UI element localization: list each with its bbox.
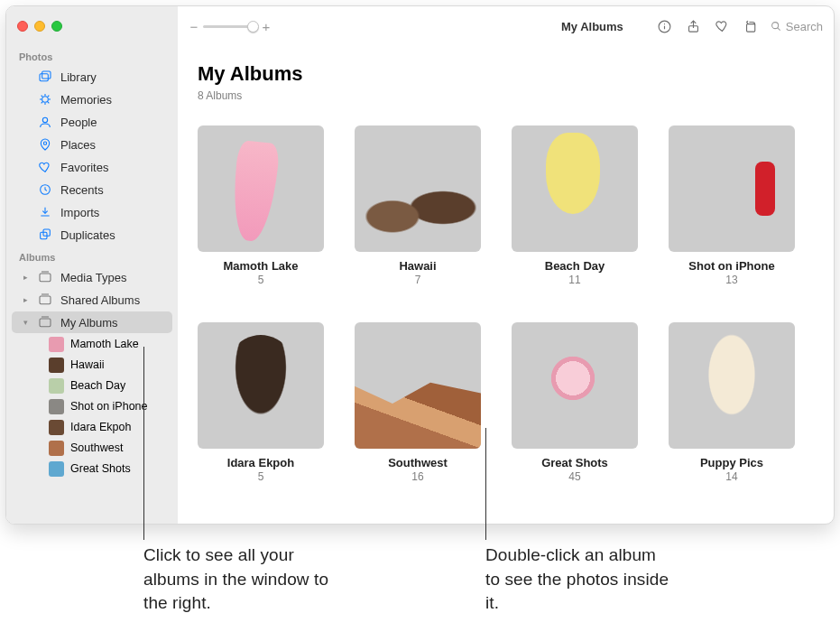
album-tile[interactable]: Shot on iPhone13 xyxy=(669,125,795,286)
app-window: − + My Albums Search xyxy=(5,5,835,525)
window-body: Photos ▸ Library ▸ Memories ▸ People ▸ P… xyxy=(6,46,834,524)
album-cover[interactable] xyxy=(512,125,638,252)
sidebar-item-duplicates[interactable]: ▸ Duplicates xyxy=(12,224,172,246)
sidebar-item-label: Hawaii xyxy=(70,358,105,371)
zoom-slider[interactable] xyxy=(203,25,257,28)
stack-icon xyxy=(37,269,53,285)
svg-rect-7 xyxy=(40,74,48,81)
album-cover[interactable] xyxy=(512,322,638,449)
info-icon[interactable] xyxy=(654,15,676,37)
album-tile[interactable]: Mamoth Lake5 xyxy=(198,125,324,286)
sidebar-item-label: Idara Ekpoh xyxy=(70,421,131,433)
zoom-slider-group: − + xyxy=(189,20,272,33)
zoom-in-icon[interactable]: + xyxy=(261,20,272,33)
places-icon xyxy=(37,136,53,153)
search-field[interactable]: Search xyxy=(770,20,823,33)
album-tile[interactable]: Beach Day11 xyxy=(512,125,638,286)
sidebar-item-favorites[interactable]: ▸ Favorites xyxy=(12,156,172,178)
location-title: My Albums xyxy=(561,20,623,33)
album-count: 11 xyxy=(512,274,638,286)
sidebar-section-albums: Albums xyxy=(6,246,178,265)
album-tile[interactable]: Hawaii7 xyxy=(355,125,481,286)
svg-point-11 xyxy=(43,142,46,144)
album-name: Beach Day xyxy=(512,259,638,273)
favorite-icon[interactable] xyxy=(712,15,734,37)
zoom-out-icon[interactable]: − xyxy=(189,20,199,33)
zoom-slider-thumb[interactable] xyxy=(247,21,259,33)
album-thumbnail-icon xyxy=(49,441,64,456)
chevron-right-icon[interactable]: ▸ xyxy=(21,273,30,282)
window-controls xyxy=(6,6,178,46)
album-cover[interactable] xyxy=(198,322,324,449)
sidebar-item-recents[interactable]: ▸ Recents xyxy=(12,179,172,200)
album-cover[interactable] xyxy=(669,322,795,449)
sidebar-item-label: Great Shots xyxy=(70,462,131,475)
fullscreen-button[interactable] xyxy=(51,21,62,32)
sidebar-item-imports[interactable]: ▸ Imports xyxy=(12,201,172,223)
search-icon xyxy=(770,20,782,33)
sidebar-item-media-types[interactable]: ▸ Media Types xyxy=(12,266,172,288)
album-count: 45 xyxy=(512,470,638,483)
sidebar-item-label: Shared Albums xyxy=(60,293,140,307)
chevron-down-icon[interactable]: ▾ xyxy=(21,318,30,327)
sidebar-item-label: Library xyxy=(60,70,97,84)
sidebar-item-label: Shot on iPhone xyxy=(70,400,148,413)
rotate-icon[interactable] xyxy=(741,15,762,37)
album-cover[interactable] xyxy=(355,322,481,449)
album-name: Idara Ekpoh xyxy=(198,456,324,469)
sidebar-item-memories[interactable]: ▸ Memories xyxy=(12,88,172,110)
sidebar-item-library[interactable]: ▸ Library xyxy=(12,66,172,88)
album-name: Mamoth Lake xyxy=(198,259,324,273)
sidebar-subalbum[interactable]: Mamoth Lake xyxy=(12,334,172,354)
album-cover[interactable] xyxy=(198,125,324,252)
album-name: Puppy Pics xyxy=(669,456,795,469)
sidebar-subalbum[interactable]: Great Shots xyxy=(12,459,172,478)
album-tile[interactable]: Great Shots45 xyxy=(512,322,638,483)
sidebar-subalbum[interactable]: Southwest xyxy=(12,438,172,458)
chevron-right-icon[interactable]: ▸ xyxy=(21,295,30,304)
sidebar-item-label: Imports xyxy=(60,206,99,219)
sidebar-item-shared-albums[interactable]: ▸ Shared Albums xyxy=(12,289,172,311)
sidebar-item-label: Favorites xyxy=(60,161,108,174)
sidebar-item-label: Duplicates xyxy=(60,228,115,242)
svg-point-9 xyxy=(42,97,49,103)
sidebar-item-label: Mamoth Lake xyxy=(70,338,139,350)
page-title: My Albums xyxy=(198,62,814,86)
sidebar-item-label: My Albums xyxy=(60,316,118,330)
album-tile[interactable]: Idara Ekpoh5 xyxy=(198,322,324,483)
svg-rect-8 xyxy=(42,71,51,79)
sidebar-subalbum[interactable]: Idara Ekpoh xyxy=(12,417,172,437)
album-thumbnail-icon xyxy=(49,378,64,394)
sidebar: Photos ▸ Library ▸ Memories ▸ People ▸ P… xyxy=(6,46,178,524)
close-button[interactable] xyxy=(17,21,28,32)
stack-icon xyxy=(37,314,53,330)
album-tile[interactable]: Southwest16 xyxy=(355,322,481,483)
album-thumbnail-icon xyxy=(49,399,64,414)
sidebar-subalbum[interactable]: Hawaii xyxy=(12,355,172,375)
svg-rect-15 xyxy=(40,274,51,282)
minimize-button[interactable] xyxy=(34,21,45,32)
sidebar-subalbum[interactable]: Shot on iPhone xyxy=(12,396,172,416)
album-cover[interactable] xyxy=(355,125,481,252)
memories-icon xyxy=(37,91,53,107)
album-name: Hawaii xyxy=(355,259,481,273)
toolbar: − + My Albums Search xyxy=(178,15,834,37)
sidebar-subalbum[interactable]: Beach Day xyxy=(12,376,172,395)
album-name: Southwest xyxy=(355,456,481,469)
search-placeholder: Search xyxy=(786,20,823,33)
sidebar-item-my-albums[interactable]: ▾ My Albums xyxy=(12,311,172,333)
people-icon xyxy=(37,114,53,130)
sidebar-item-people[interactable]: ▸ People xyxy=(12,111,172,133)
download-icon xyxy=(37,204,53,220)
album-count: 5 xyxy=(198,470,324,483)
sidebar-item-label: Media Types xyxy=(60,271,126,284)
album-tile[interactable]: Puppy Pics14 xyxy=(669,322,795,483)
sidebar-item-places[interactable]: ▸ Places xyxy=(12,134,172,155)
share-icon[interactable] xyxy=(683,15,705,37)
callout-right: Double-click an album to see the photos … xyxy=(485,543,675,616)
sidebar-item-label: Memories xyxy=(60,93,112,107)
heart-icon xyxy=(37,159,53,175)
album-cover[interactable] xyxy=(669,125,795,252)
stack-icon xyxy=(37,292,53,308)
page-subtitle: 8 Albums xyxy=(198,89,814,102)
